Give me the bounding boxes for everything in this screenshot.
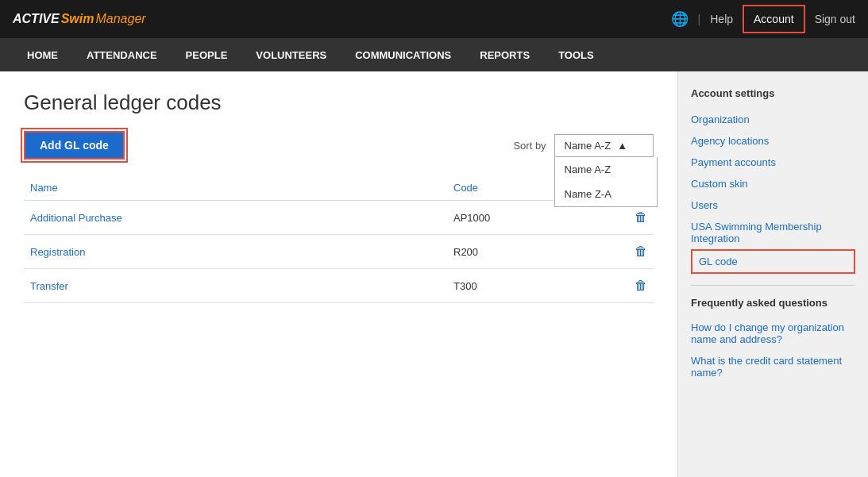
nav-item-people[interactable]: PEOPLE [172, 38, 242, 71]
sidebar-faq-org-name[interactable]: How do I change my organization name and… [691, 317, 855, 350]
content-area: General ledger codes Add GL code Sort by… [0, 71, 677, 477]
globe-icon[interactable]: 🌐 [671, 10, 689, 28]
delete-icon[interactable]: 🗑 [635, 244, 647, 259]
separator: | [698, 13, 701, 25]
table-row: RegistrationR200🗑 [24, 235, 654, 269]
sidebar-faq-credit-card[interactable]: What is the credit card statement name? [691, 350, 855, 383]
logo: ACTIVE Swim Manager [13, 12, 146, 26]
sidebar-link-users[interactable]: Users [691, 194, 855, 216]
logo-manager-text: Manager [95, 12, 145, 26]
nav-item-home[interactable]: HOME [13, 38, 72, 71]
sidebar-link-custom-skin[interactable]: Custom skin [691, 173, 855, 194]
nav-item-reports[interactable]: REPORTS [465, 38, 544, 71]
sort-select-wrapper: Name A-Z ▲ Name A-Z Name Z-A [554, 134, 654, 157]
sidebar-link-payment-accounts[interactable]: Payment accounts [691, 152, 855, 173]
faq-title: Frequently asked questions [691, 297, 855, 309]
main-layout: General ledger codes Add GL code Sort by… [0, 71, 868, 477]
table-cell-code: R200 [447, 235, 606, 269]
account-button[interactable]: Account [743, 5, 805, 33]
delete-icon[interactable]: 🗑 [635, 279, 647, 293]
table-cell-code: T300 [447, 269, 606, 303]
nav-item-volunteers[interactable]: VOLUNTEERS [241, 38, 341, 71]
sidebar-link-gl-code[interactable]: GL code [691, 249, 855, 274]
nav-item-attendance[interactable]: ATTENDANCE [72, 38, 172, 71]
table-row: TransferT300🗑 [24, 269, 654, 303]
table-cell-action: 🗑 [606, 269, 654, 303]
delete-icon[interactable]: 🗑 [635, 210, 647, 225]
sort-option-name-za[interactable]: Name Z-A [555, 182, 657, 206]
table-cell-action: 🗑 [606, 235, 654, 269]
sidebar-link-agency-locations[interactable]: Agency locations [691, 130, 855, 152]
table-cell-name: Transfer [24, 269, 447, 303]
chevron-up-icon: ▲ [617, 140, 627, 152]
logo-active-text: ACTIVE [13, 12, 60, 26]
sidebar-section-title: Account settings [691, 87, 855, 99]
nav-item-tools[interactable]: TOOLS [544, 38, 608, 71]
top-bar-right: 🌐 | Help Account Sign out [671, 5, 855, 33]
table-cell-name: Additional Purchase [24, 201, 447, 235]
sidebar: Account settings Organization Agency loc… [677, 71, 868, 477]
add-gl-button[interactable]: Add GL code [24, 131, 125, 160]
signout-button[interactable]: Sign out [815, 13, 855, 25]
help-link[interactable]: Help [710, 13, 733, 25]
toolbar: Add GL code Sort by Name A-Z ▲ Name A-Z … [24, 131, 654, 160]
top-bar: ACTIVE Swim Manager 🌐 | Help Account Sig… [0, 0, 868, 38]
nav-item-communications[interactable]: COMMUNICATIONS [341, 38, 465, 71]
col-name-header: Name [24, 179, 447, 201]
sidebar-divider [691, 285, 855, 286]
sort-dropdown: Name A-Z Name Z-A [554, 157, 658, 207]
table-cell-name: Registration [24, 235, 447, 269]
sidebar-link-organization[interactable]: Organization [691, 109, 855, 130]
sort-option-name-az[interactable]: Name A-Z [555, 157, 657, 182]
page-title: General ledger codes [24, 90, 654, 115]
logo-swim-text: Swim [61, 12, 95, 26]
sort-container: Sort by Name A-Z ▲ Name A-Z Name Z-A [513, 134, 654, 157]
sort-select-button[interactable]: Name A-Z ▲ [554, 134, 654, 157]
nav-bar: HOME ATTENDANCE PEOPLE VOLUNTEERS COMMUN… [0, 38, 868, 71]
sort-selected-value: Name A-Z [565, 140, 611, 152]
sidebar-link-usa-swimming[interactable]: USA Swimming Membership Integration [691, 216, 855, 249]
sort-label: Sort by [513, 140, 546, 152]
